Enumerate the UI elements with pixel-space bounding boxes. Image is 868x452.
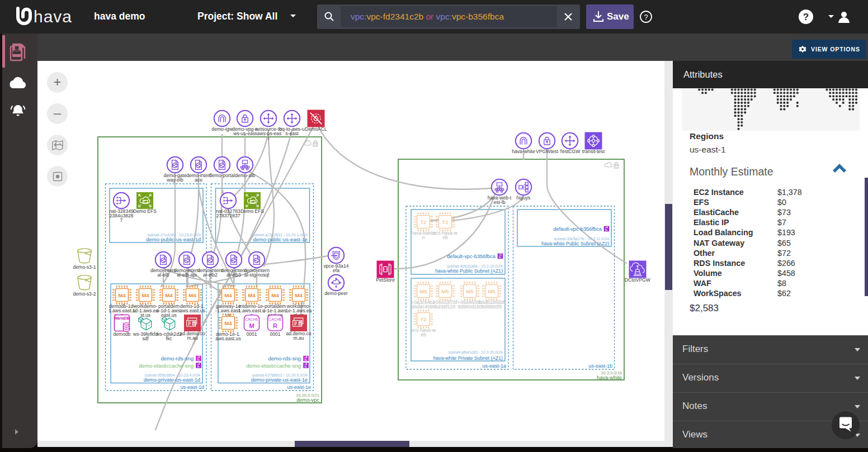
svg-text:?: ?: [644, 13, 648, 21]
svg-text:demo-elasticcache-sng: demo-elasticcache-sng: [246, 363, 301, 369]
svg-text:fkc: fkc: [166, 336, 173, 341]
svg-text:us-east-1e: us-east-1e: [287, 384, 311, 390]
svg-text:subnet-afb41c83 - 10.3.20.0/24: subnet-afb41c83 - 10.3.20.0/24: [449, 350, 503, 354]
svg-text:al-stg-nosql: al-stg-nosql: [244, 272, 270, 278]
svg-text:demo-s3-1: demo-s3-1: [73, 264, 96, 270]
svg-text:Demo EFS: Demo EFS: [133, 208, 157, 214]
svg-text:hava-white: hava-white: [597, 375, 622, 380]
svg-text:est-lb: est-lb: [493, 199, 505, 205]
svg-text:R: R: [273, 322, 277, 329]
svg-text:M4: M4: [271, 292, 279, 298]
svg-text:hava-white: hava-white: [512, 149, 535, 154]
svg-text:transit-test: transit-test: [582, 149, 605, 154]
svg-text:al-elb3: al-elb3: [227, 272, 241, 278]
svg-text:demo-rds-sng: demo-rds-sng: [268, 355, 301, 361]
svg-text:8d8850f9: 8d8850f9: [482, 304, 502, 310]
svg-text:TestCGW: TestCGW: [560, 149, 581, 154]
svg-text:0001: 0001: [270, 331, 280, 337]
svg-text:M5: M5: [488, 288, 496, 294]
svg-text:eb: eb: [442, 235, 448, 240]
svg-text:st.us: st.us: [140, 312, 150, 318]
svg-text:9d960d150: 9d960d150: [457, 304, 482, 310]
svg-text:sdf: sdf: [142, 336, 149, 341]
svg-text:demo-vpc: demo-vpc: [296, 397, 319, 403]
svg-text:demo-igw: demo-igw: [211, 126, 233, 132]
svg-text:al-elb-api: al-elb-api: [177, 272, 196, 278]
svg-text:0001: 0001: [246, 331, 257, 337]
svg-text:demo-public-us-east-1d: demo-public-us-east-1d: [146, 237, 201, 242]
svg-text:Demo EFS: Demo EFS: [240, 208, 264, 214]
svg-text:demo-private-us-east-1d: demo-private-us-east-1d: [144, 377, 200, 383]
svg-text:demodb: demodb: [113, 331, 130, 337]
svg-text:eb: eb: [421, 332, 426, 337]
svg-text:demo-elasticcache-sng: demo-elasticcache-sng: [139, 363, 194, 369]
svg-text:al-elb2: al-elb2: [203, 272, 218, 278]
svg-text:demo-portal: demo-portal: [209, 173, 235, 178]
svg-text:subnet-42b31a6e - 10.3.10.0/24: subnet-42b31a6e - 10.3.10.0/24: [447, 264, 503, 268]
svg-text:us-east-1b: us-east-1b: [588, 363, 612, 369]
svg-text:M4: M4: [188, 292, 196, 298]
svg-text:?: ?: [803, 12, 809, 22]
svg-text:default-vpc-b356fbca: default-vpc-b356fbca: [447, 254, 496, 259]
svg-text:m.au: m.au: [187, 335, 197, 341]
svg-text:M4: M4: [248, 292, 256, 298]
svg-text:M5: M5: [419, 288, 427, 294]
svg-text:default-vpc-b356fbca: default-vpc-b356fbca: [553, 226, 602, 232]
svg-text:T2: T2: [420, 316, 427, 322]
svg-text:278372837: 278372837: [216, 213, 240, 218]
svg-text:PetStore: PetStore: [376, 277, 395, 283]
svg-text:M4: M4: [165, 292, 173, 298]
svg-text:n: n: [422, 235, 425, 240]
svg-text:DCtoVPGW: DCtoVPGW: [625, 277, 651, 283]
svg-text:T2: T2: [420, 219, 427, 225]
svg-text:M4: M4: [224, 292, 232, 298]
svg-text:M4: M4: [141, 292, 149, 298]
svg-text:d4dac4086: d4dac4086: [412, 304, 436, 310]
svg-text:efa: efa: [333, 268, 339, 273]
svg-text:hava-white Private Subnet (AZ1: hava-white Private Subnet (AZ1): [433, 355, 503, 361]
svg-text:ws-us-east: ws-us-east: [233, 131, 257, 136]
svg-text:aws.east.us: aws.east.us: [180, 308, 205, 313]
svg-text:al-elb: al-elb: [157, 272, 169, 278]
svg-text:demo-rds-sng: demo-rds-sng: [161, 355, 194, 361]
svg-text:way-elb: way-elb: [166, 177, 183, 183]
svg-text:CACHE: CACHE: [245, 317, 258, 321]
svg-text:DemoACL: DemoACL: [305, 126, 327, 132]
svg-text:7: 7: [120, 217, 123, 223]
svg-text:M4: M4: [295, 292, 303, 298]
svg-text:demo-alb: demo-alb: [235, 173, 255, 178]
svg-text:bd36f120: bd36f120: [435, 304, 455, 310]
svg-text:VPGWtest: VPGWtest: [536, 149, 559, 154]
svg-text:demo-peer: demo-peer: [324, 291, 348, 296]
svg-text:hava-white Public Subnet (AZ2): hava-white Public Subnet (AZ2): [541, 241, 609, 246]
svg-text:demo-s3-2: demo-s3-2: [73, 291, 96, 297]
svg-text:M: M: [249, 322, 254, 329]
svg-text:demo-private-us-east-1e: demo-private-us-east-1e: [251, 377, 308, 383]
svg-text:CACHE: CACHE: [268, 317, 282, 321]
svg-text:s-east: s-east: [285, 131, 299, 136]
svg-text:m.au: m.au: [293, 335, 304, 341]
svg-text:us-east-1d: us-east-1d: [180, 384, 204, 390]
svg-text:hava-white Public Subnet (AZ1): hava-white Public Subnet (AZ1): [435, 268, 503, 274]
svg-text:M4: M4: [118, 292, 126, 298]
svg-text:M5: M5: [441, 288, 449, 294]
svg-text:demo-public-us-east-1e: demo-public-us-east-1e: [253, 237, 308, 242]
svg-text:us-east-1a: us-east-1a: [482, 363, 506, 369]
svg-text:east.us: east.us: [161, 312, 177, 318]
svg-text:ace: ace: [195, 177, 202, 183]
svg-text:M5: M5: [466, 288, 474, 294]
svg-text:T2: T2: [442, 219, 449, 225]
svg-text:higuys: higuys: [517, 195, 531, 201]
svg-text:M4: M4: [224, 320, 232, 326]
svg-text:aws.east.us: aws.east.us: [215, 336, 240, 341]
